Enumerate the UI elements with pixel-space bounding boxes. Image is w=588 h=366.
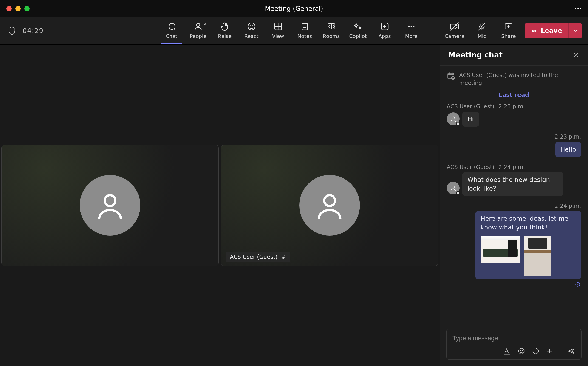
svg-point-11 xyxy=(408,26,410,27)
camera-button[interactable]: Camera xyxy=(443,21,466,41)
people-count: 2 xyxy=(204,21,207,26)
read-receipt xyxy=(447,282,581,287)
rooms-button[interactable]: Rooms xyxy=(321,21,342,41)
compose-toolbar xyxy=(447,346,581,359)
leave-caret-button[interactable] xyxy=(568,23,582,38)
message-bubble-outgoing[interactable]: Hello xyxy=(555,142,581,157)
svg-point-13 xyxy=(413,26,414,27)
title-bar: Meeting (General) xyxy=(0,0,588,17)
window-minimize-icon[interactable] xyxy=(15,6,21,11)
more-label: More xyxy=(405,33,418,39)
apps-button[interactable]: Apps xyxy=(374,21,395,41)
leave-button[interactable]: Leave xyxy=(525,23,568,38)
toolbar-divider xyxy=(433,23,433,39)
message-time: 2:24 p.m. xyxy=(555,203,581,209)
svg-point-6 xyxy=(252,25,253,26)
leave-label: Leave xyxy=(541,27,562,34)
message-bubble-outgoing[interactable]: Here are some ideas, let me know what yo… xyxy=(475,211,581,279)
react-label: React xyxy=(244,33,259,39)
participant-tile[interactable] xyxy=(1,145,219,266)
avatar-icon xyxy=(447,182,460,194)
more-button[interactable]: More xyxy=(401,21,422,41)
svg-point-20 xyxy=(324,195,335,206)
image-attachment[interactable] xyxy=(524,236,551,276)
react-button[interactable]: React xyxy=(241,21,262,41)
message-time: 2:23 p.m. xyxy=(555,134,581,140)
message-bubble-incoming[interactable]: Hi xyxy=(462,112,479,127)
message-row: Hello xyxy=(447,142,581,157)
plus-icon[interactable] xyxy=(546,348,553,355)
participant-tile[interactable]: ACS User (Guest) xyxy=(221,145,438,266)
window-close-icon[interactable] xyxy=(7,6,12,11)
toolbar-main-group: Chat 2 People Raise React View Notes xyxy=(161,21,519,41)
last-read-divider: Last read xyxy=(447,92,581,98)
notes-button[interactable]: Notes xyxy=(294,21,315,41)
chat-label: Chat xyxy=(166,33,177,39)
copilot-label: Copilot xyxy=(349,33,367,39)
chat-header: Meeting chat xyxy=(440,45,588,66)
svg-point-26 xyxy=(452,186,454,188)
share-button[interactable]: Share xyxy=(498,21,519,41)
leave-button-group: Leave xyxy=(525,23,582,38)
copilot-button[interactable]: Copilot xyxy=(347,21,369,41)
window-more-icon[interactable] xyxy=(575,7,581,10)
presence-dot xyxy=(456,122,460,126)
mic-button[interactable]: Mic xyxy=(471,21,492,41)
svg-point-0 xyxy=(575,8,576,9)
mic-label: Mic xyxy=(478,33,486,39)
loop-icon[interactable] xyxy=(532,347,539,355)
people-label: People xyxy=(190,33,206,39)
message-row: Here are some ideas, let me know what yo… xyxy=(447,211,581,279)
main-row: ACS User (Guest) Meeting chat ACS User (… xyxy=(0,45,588,366)
avatar-icon xyxy=(447,112,460,125)
raise-hand-button[interactable]: Raise xyxy=(214,21,235,41)
message-sender: ACS User (Guest) xyxy=(447,164,494,170)
message-sender: ACS User (Guest) xyxy=(447,103,494,110)
image-attachments xyxy=(480,236,576,276)
svg-point-28 xyxy=(519,348,524,354)
message-time: 2:23 p.m. xyxy=(499,103,525,110)
compose-box xyxy=(446,329,581,359)
svg-point-5 xyxy=(250,25,250,26)
message-meta: 2:23 p.m. xyxy=(447,134,581,140)
close-icon[interactable] xyxy=(573,52,580,58)
meeting-toolbar: 04:29 Chat 2 People Raise React View xyxy=(0,17,588,45)
window-title: Meeting (General) xyxy=(265,5,323,12)
window-zoom-icon[interactable] xyxy=(24,6,30,11)
svg-point-30 xyxy=(522,350,523,351)
emoji-icon[interactable] xyxy=(518,347,525,355)
view-button[interactable]: View xyxy=(268,21,289,41)
svg-point-29 xyxy=(520,350,521,351)
svg-point-27 xyxy=(576,282,580,286)
active-tab-underline xyxy=(161,43,182,44)
send-icon[interactable] xyxy=(567,347,575,355)
message-time: 2:24 p.m. xyxy=(499,164,525,170)
compose-input[interactable] xyxy=(447,329,581,346)
rooms-label: Rooms xyxy=(323,33,340,39)
message-meta: 2:24 p.m. xyxy=(447,203,581,209)
message-text: Here are some ideas, let me know what yo… xyxy=(480,214,576,232)
message-bubble-incoming[interactable]: What does the new design look like? xyxy=(462,172,563,196)
svg-point-12 xyxy=(411,26,412,27)
window-controls xyxy=(7,6,30,11)
svg-point-3 xyxy=(197,23,200,26)
shield-icon[interactable] xyxy=(8,26,16,35)
format-icon[interactable] xyxy=(503,348,511,355)
svg-point-19 xyxy=(105,195,116,206)
svg-point-1 xyxy=(577,8,579,9)
chat-title: Meeting chat xyxy=(448,51,503,59)
participant-name: ACS User (Guest) xyxy=(230,254,278,260)
image-attachment[interactable] xyxy=(480,236,521,263)
chat-button[interactable]: Chat xyxy=(161,21,182,41)
message-row: What does the new design look like? xyxy=(447,172,581,196)
message-meta: ACS User (Guest) 2:24 p.m. xyxy=(447,164,581,170)
participant-name-pill: ACS User (Guest) xyxy=(226,252,290,262)
apps-label: Apps xyxy=(378,33,391,39)
meeting-timer: 04:29 xyxy=(22,27,44,35)
camera-label: Camera xyxy=(445,33,464,39)
svg-rect-8 xyxy=(302,23,307,30)
notes-label: Notes xyxy=(297,33,312,39)
chat-body: ACS User (Guest) was invited to the meet… xyxy=(440,66,588,324)
people-button[interactable]: 2 People xyxy=(188,21,209,41)
compose-area xyxy=(440,324,588,366)
